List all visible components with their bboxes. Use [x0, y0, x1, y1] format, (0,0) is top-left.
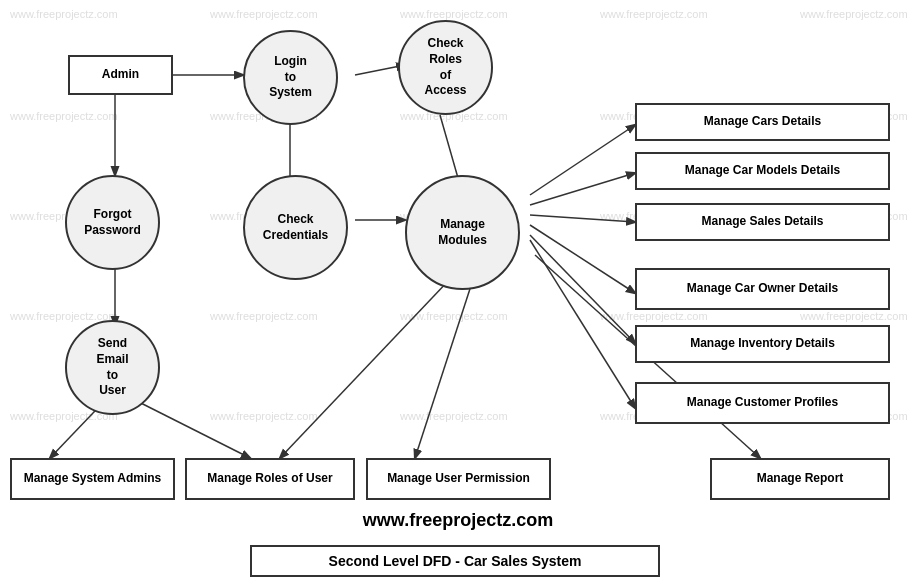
login-circle: LogintoSystem: [243, 30, 338, 125]
check-credentials-label: CheckCredentials: [263, 212, 328, 243]
login-label: LogintoSystem: [269, 54, 312, 101]
forgot-password-circle: ForgotPassword: [65, 175, 160, 270]
check-credentials-circle: CheckCredentials: [243, 175, 348, 280]
send-email-circle: SendEmailtoUser: [65, 320, 160, 415]
svg-line-12: [530, 225, 635, 293]
svg-line-10: [530, 173, 635, 205]
send-email-label: SendEmailtoUser: [96, 336, 128, 398]
manage-system-admins-box: Manage System Admins: [10, 458, 175, 500]
manage-modules-label: ManageModules: [438, 217, 487, 248]
manage-inventory-label: Manage Inventory Details: [690, 336, 835, 352]
svg-line-11: [530, 215, 635, 222]
manage-sales-box: Manage Sales Details: [635, 203, 890, 241]
check-roles-label: CheckRolesofAccess: [424, 36, 466, 98]
manage-cars-box: Manage Cars Details: [635, 103, 890, 141]
manage-modules-circle: ManageModules: [405, 175, 520, 290]
website-label: www.freeprojectz.com: [0, 510, 916, 531]
check-roles-circle: CheckRolesofAccess: [398, 20, 493, 115]
manage-car-models-label: Manage Car Models Details: [685, 163, 840, 179]
manage-cars-label: Manage Cars Details: [704, 114, 821, 130]
admin-label: Admin: [102, 67, 139, 83]
manage-user-permission-box: Manage User Permission: [366, 458, 551, 500]
manage-car-owner-label: Manage Car Owner Details: [687, 281, 838, 297]
diagram-container: www.freeprojectz.com www.freeprojectz.co…: [0, 0, 916, 587]
manage-customer-box: Manage Customer Profiles: [635, 382, 890, 424]
manage-report-label: Manage Report: [757, 471, 844, 487]
manage-inventory-box: Manage Inventory Details: [635, 325, 890, 363]
diagram-title: Second Level DFD - Car Sales System: [250, 545, 660, 577]
manage-sales-label: Manage Sales Details: [701, 214, 823, 230]
manage-report-box: Manage Report: [710, 458, 890, 500]
forgot-password-label: ForgotPassword: [84, 207, 141, 238]
manage-car-owner-box: Manage Car Owner Details: [635, 268, 890, 310]
svg-line-13: [530, 235, 635, 343]
manage-user-permission-label: Manage User Permission: [387, 471, 530, 487]
admin-node: Admin: [68, 55, 173, 95]
manage-roles-label: Manage Roles of User: [207, 471, 332, 487]
svg-line-16: [280, 258, 470, 458]
manage-roles-box: Manage Roles of User: [185, 458, 355, 500]
manage-customer-label: Manage Customer Profiles: [687, 395, 838, 411]
svg-line-9: [530, 125, 635, 195]
manage-system-admins-label: Manage System Admins: [24, 471, 162, 487]
manage-car-models-box: Manage Car Models Details: [635, 152, 890, 190]
